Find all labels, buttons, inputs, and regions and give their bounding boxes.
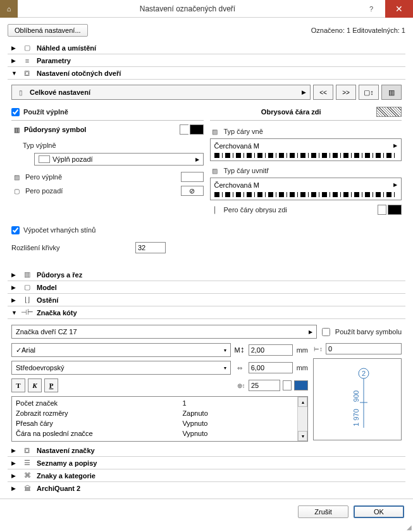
lists-icon: ☰: [22, 459, 33, 467]
use-symbol-colors-checkbox[interactable]: [322, 328, 330, 336]
line-in-icon: ▨: [210, 166, 220, 175]
pen-color-swatch[interactable]: [294, 380, 308, 390]
chevron-down-icon: ▼: [11, 70, 18, 76]
frame-width-icon: ⇔: [235, 363, 245, 372]
section-categories[interactable]: ▶ ⌘ Znaky a kategorie: [8, 469, 405, 482]
help-button[interactable]: ?: [357, 0, 385, 18]
italic-button[interactable]: K: [28, 378, 42, 392]
chevron-down-icon: ▼: [11, 310, 18, 316]
svg-text:1 970: 1 970: [352, 409, 360, 426]
list-item[interactable]: Zobrazit rozměryZapnuto: [16, 408, 293, 418]
frame-width-input[interactable]: [249, 362, 293, 373]
view-mode-a-button[interactable]: ▢↕: [359, 85, 379, 100]
section-dim-marker[interactable]: ▼ ⊣⊢ Značka kóty: [8, 306, 405, 319]
door-settings-icon: ⛋: [22, 70, 33, 77]
dialog-footer: Zrušit OK: [0, 499, 413, 524]
chevron-right-icon: ▶: [309, 329, 312, 335]
scroll-up-icon[interactable]: ▴: [298, 397, 307, 407]
list-item[interactable]: Přesah čáryVypnuto: [16, 418, 293, 428]
anchor-input[interactable]: [326, 343, 402, 354]
chevron-right-icon: ▶: [11, 284, 18, 291]
use-fills-checkbox[interactable]: [11, 108, 20, 116]
resize-grip-icon[interactable]: ◢: [407, 524, 412, 531]
chevron-right-icon: ▶: [195, 157, 199, 162]
contour-pen-swatch[interactable]: [388, 205, 402, 215]
marker-type-dropdown[interactable]: Značka dveří CZ 17 ▶: [11, 325, 317, 339]
chevron-right-icon: ▶: [11, 473, 18, 479]
pen-number-input[interactable]: [249, 380, 280, 391]
section-params[interactable]: ▶ ≡ Parametry: [8, 54, 405, 67]
chevron-down-icon: ▾: [224, 365, 226, 371]
bg-pen-swatch[interactable]: ⊘: [181, 186, 204, 196]
underline-button[interactable]: P: [44, 378, 58, 392]
section-floor-cut[interactable]: ▶ ▥ Půdorys a řez: [8, 269, 405, 281]
overall-settings-dropdown[interactable]: ▯ Celkové nastavení ▶: [11, 85, 311, 100]
floor-cut-icon: ▥: [22, 270, 33, 279]
chevron-right-icon: ▶: [11, 297, 18, 303]
chevron-right-icon: ▶: [393, 182, 397, 188]
params-icon: ≡: [22, 57, 33, 64]
reveal-icon: ⌊⌋: [22, 296, 33, 304]
marker-settings-icon: ⛋: [22, 447, 33, 454]
chevron-right-icon: ▶: [11, 447, 18, 454]
fill-pen-icon: ▨: [11, 172, 22, 181]
next-button[interactable]: >>: [336, 85, 356, 100]
contour-pen-icon: ⎮: [210, 205, 220, 214]
section-model[interactable]: ▶ ▢ Model: [8, 281, 405, 294]
chevron-right-icon: ▶: [11, 272, 18, 278]
line-pattern-icon: [214, 153, 398, 158]
scroll-down-icon[interactable]: ▾: [298, 431, 307, 441]
window-title: Nastavení označených dveří: [18, 4, 357, 13]
floor-symbol-icon: ▥: [11, 125, 22, 134]
archiquant-icon: 🏛: [22, 485, 33, 492]
section-lists[interactable]: ▶ ☰ Seznamy a popisy: [8, 457, 405, 469]
curve-resolution-input[interactable]: [135, 242, 166, 253]
list-item[interactable]: Čára na poslední značceVypnuto: [16, 428, 293, 438]
bg-pen-icon: ▢: [11, 186, 22, 195]
prev-button[interactable]: <<: [313, 85, 333, 100]
text-height-icon: M↕: [235, 345, 245, 355]
fill-preview-icon: [39, 155, 50, 163]
fill-pen-swatch[interactable]: [181, 172, 204, 182]
app-icon: ⌂: [0, 0, 18, 18]
marker-params-list[interactable]: Počet značek1 Zobrazit rozměryZapnuto Př…: [11, 396, 308, 442]
font-dropdown[interactable]: ✓ Arial ▾: [11, 343, 231, 357]
ok-button[interactable]: OK: [354, 505, 404, 518]
svg-text:2: 2: [362, 370, 366, 377]
wall-contour-swatch[interactable]: [376, 107, 402, 117]
section-rotating-door[interactable]: ▼ ⛋ Nastavení otočných dveří: [8, 67, 405, 80]
section-marker-settings[interactable]: ▶ ⛋ Nastavení značky: [8, 444, 405, 457]
line-in-dropdown[interactable]: Čerchovaná M▶: [210, 178, 402, 200]
line-out-dropdown[interactable]: Čerchovaná M▶: [210, 138, 402, 161]
section-reveal[interactable]: ▶ ⌊⌋ Ostění: [8, 294, 405, 306]
categories-icon: ⌘: [22, 471, 33, 480]
section-preview[interactable]: ▶ ▢ Náhled a umístění: [8, 42, 405, 54]
chevron-right-icon: ▶: [11, 485, 18, 492]
fill-swatch-toggle[interactable]: [180, 124, 188, 135]
close-button[interactable]: ✕: [385, 0, 413, 18]
fill-swatch-dark[interactable]: [190, 124, 204, 135]
contour-pen-toggle[interactable]: [378, 205, 386, 215]
chevron-right-icon: ▶: [11, 45, 18, 51]
line-out-icon: ▨: [210, 127, 220, 136]
chevron-right-icon: ▶: [302, 89, 306, 95]
text-height-input[interactable]: [249, 344, 293, 356]
list-scrollbar[interactable]: ▴ ▾: [297, 397, 307, 441]
titlebar: ⌂ Nastavení označených dveří ? ✕: [0, 0, 413, 18]
marker-preview: 2 900 1 970: [313, 358, 402, 440]
shadow-checkbox[interactable]: [11, 226, 20, 234]
preview-icon: ▢: [22, 44, 33, 52]
charset-dropdown[interactable]: Středoevropský ▾: [11, 361, 231, 375]
chevron-down-icon: ▾: [224, 348, 226, 353]
plain-text-button[interactable]: T: [11, 378, 25, 392]
anchor-icon: ⊢↕: [313, 344, 323, 353]
cancel-button[interactable]: Zrušit: [298, 505, 348, 518]
view-mode-b-button[interactable]: ▥: [381, 85, 402, 100]
fill-type-dropdown[interactable]: Výplň pozadí ▶: [34, 153, 204, 166]
pen-toggle[interactable]: [283, 380, 292, 390]
dim-marker-panel: Značka dveří CZ 17 ▶ Použít barvy symbol…: [8, 319, 405, 444]
door-icon: ▯: [16, 88, 26, 97]
list-item[interactable]: Počet značek1: [16, 398, 293, 408]
section-archiquant[interactable]: ▶ 🏛 ArchiQuant 2: [8, 482, 405, 495]
favorite-settings-button[interactable]: Oblíbená nastavení...: [8, 24, 88, 37]
